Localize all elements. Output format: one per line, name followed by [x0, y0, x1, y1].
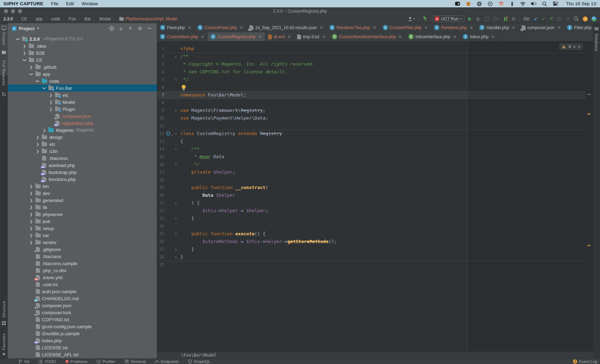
chevron-collapsed-icon[interactable]: ❯ [49, 100, 53, 104]
editor-tab[interactable]: {}14_Sep_2021_10:42-results.json ✕ [247, 23, 327, 32]
build-hammer-icon[interactable] [423, 16, 428, 21]
hide-panel-icon[interactable] [145, 23, 154, 34]
git-history-icon[interactable] [557, 16, 562, 21]
tree-item-CE[interactable]: ❯ CE [8, 56, 157, 63]
tree-item-COPYING.txt[interactable]: COPYING.txt [8, 316, 157, 323]
menubar-item-edit[interactable]: Edit [66, 1, 74, 6]
tree-item-.htaccess[interactable]: .htaccess [8, 155, 157, 162]
wifi-icon[interactable] [520, 1, 526, 6]
tree-item-.php-cs.dist[interactable]: .php_cs.dist [8, 267, 157, 274]
control-center-icon[interactable] [553, 1, 558, 6]
update-available-icon[interactable]: ↑ [583, 16, 588, 21]
tree-item-etc[interactable]: ❯ etc [8, 141, 157, 148]
chevron-collapsed-icon[interactable]: ❯ [29, 184, 33, 188]
battery-icon[interactable] [531, 1, 536, 6]
tree-item-Gruntfile.js.sample[interactable]: Gruntfile.js.sample [8, 330, 157, 337]
close-icon[interactable]: ✕ [469, 26, 473, 30]
editor-tab[interactable]: CCustomFilter.php ✕ [380, 23, 432, 32]
menubar-item-window[interactable]: Window [82, 1, 98, 6]
tree-item-composer.lock[interactable]: {;} composer.lock [8, 309, 157, 316]
fold-marker-icon[interactable]: ∨ [175, 145, 177, 153]
stop-icon[interactable] [512, 17, 515, 21]
close-icon[interactable]: ✕ [287, 35, 291, 39]
user-avatar-icon[interactable] [466, 1, 471, 6]
tree-item-.htaccess[interactable]: .htaccess [8, 253, 157, 260]
chevron-collapsed-icon[interactable]: ❯ [36, 149, 39, 153]
expand-all-icon[interactable] [116, 23, 126, 34]
color-swatch-icon[interactable] [498, 1, 504, 6]
tool-button-structure[interactable]: Structure [2, 301, 6, 318]
code-with-me-icon[interactable] [592, 16, 596, 21]
tree-item-composer.json[interactable]: {;} composer.json [8, 302, 157, 309]
fold-marker-icon[interactable]: ∧ [175, 76, 177, 83]
tree-item-LICENSE-AFL.txt[interactable]: LICENSE_AFL.txt [8, 351, 157, 358]
intention-bulb-icon[interactable] [182, 85, 186, 89]
close-icon[interactable]: ✕ [201, 35, 204, 39]
git-commit-icon[interactable]: ✓ [541, 16, 545, 21]
tree-item-Plugin[interactable]: ❯ Plugin [8, 106, 157, 113]
breadcrumb-item[interactable]: app [35, 16, 42, 21]
editor-tab[interactable]: CFeed.php ✕ [157, 23, 195, 32]
scrollbar-warning-mark[interactable] [587, 113, 591, 115]
chevron-collapsed-icon[interactable]: ❯ [29, 234, 33, 237]
scrollbar-caret-mark[interactable] [587, 94, 591, 95]
chevron-expanded-icon[interactable]: ❯ [36, 79, 40, 83]
chevron-collapsed-icon[interactable]: ❯ [42, 128, 46, 132]
git-update-icon[interactable]: ↙ [534, 16, 538, 21]
statusbar-tool-terminal[interactable]: Terminal [125, 359, 146, 364]
statusbar-tool-graphql[interactable]: GraphQL [188, 359, 210, 364]
close-icon[interactable]: ✕ [258, 35, 262, 39]
editor-tab[interactable]: CCustomItem.php ✕ [157, 32, 208, 41]
chevron-collapsed-icon[interactable]: ❯ [29, 241, 33, 244]
override-marker-icon[interactable] [166, 132, 170, 135]
tree-item-dev[interactable]: ❯ dev [8, 190, 157, 197]
tree-item-.htaccess.sample[interactable]: .htaccess.sample [8, 260, 157, 267]
fold-marker-icon[interactable]: ∨ [175, 53, 177, 60]
chevron-collapsed-icon[interactable]: ❯ [29, 205, 33, 209]
next-warning-icon[interactable]: ∨ [578, 45, 580, 48]
chevron-collapsed-icon[interactable]: ❯ [29, 213, 33, 216]
run-with-coverage-icon[interactable] [504, 16, 508, 21]
editor-tab[interactable]: ICustomRendererInterface.php ✕ [329, 32, 405, 41]
statusbar-tool-profiler[interactable]: Profiler [96, 359, 115, 364]
tree-item-i18n[interactable]: ❯ i18n [8, 148, 157, 155]
run-configuration-select[interactable]: A UCT Run ▾ [432, 15, 465, 22]
tree-item-composer.json[interactable]: {;} composer.json [8, 113, 157, 120]
close-icon[interactable]: ✕ [557, 26, 561, 30]
chevron-collapsed-icon[interactable]: ❯ [49, 107, 53, 111]
close-window-button[interactable] [4, 9, 8, 13]
editor-tab[interactable]: CRendererTwo.php ✕ [327, 23, 380, 32]
tool-button-favorites[interactable]: Favorites [2, 333, 6, 350]
chevron-collapsed-icon[interactable]: ❯ [29, 198, 33, 202]
tree-item-.user.ini[interactable]: .user.ini [8, 281, 157, 288]
minimize-window-button[interactable] [11, 9, 15, 13]
fold-marker-icon[interactable]: ∧ [175, 245, 177, 253]
tree-item-2.3.0[interactable]: ❯ 2.3.0~/Projects/UCT/2.3.0 [8, 35, 157, 42]
editor-tab[interactable]: CHandler.php ✕ [476, 23, 519, 32]
chevron-collapsed-icon[interactable]: ❯ [36, 135, 39, 139]
chevron-collapsed-icon[interactable]: ❯ [23, 44, 26, 48]
close-icon[interactable]: ✕ [399, 35, 402, 39]
chevron-expanded-icon[interactable]: ❯ [22, 58, 26, 62]
close-icon[interactable]: ✕ [373, 26, 376, 30]
breadcrumb-item[interactable]: Bar [84, 16, 91, 21]
fold-marker-icon[interactable]: ∨ [175, 230, 177, 238]
chevron-collapsed-icon[interactable]: ❯ [36, 142, 39, 146]
close-icon[interactable]: ✕ [188, 26, 191, 30]
tree-item-LICENSE.txt[interactable]: LICENSE.txt [8, 344, 157, 351]
chevron-collapsed-icon[interactable]: ❯ [29, 191, 33, 195]
bluetooth-icon[interactable] [509, 1, 515, 6]
tree-item-code[interactable]: ❯ code [8, 77, 157, 85]
copyright-app-icon[interactable] [476, 1, 482, 6]
tree-item-B2B[interactable]: ❯ B2B [8, 49, 157, 56]
tree-item-phpserver[interactable]: ❯ phpserver [8, 211, 157, 218]
chevron-down-icon[interactable]: ▼ [36, 27, 40, 30]
chevron-expanded-icon[interactable]: ❯ [29, 72, 33, 76]
tree-item-Model[interactable]: ❯ Model [8, 99, 157, 106]
run-button[interactable] [468, 17, 472, 21]
close-icon[interactable]: ✕ [320, 26, 323, 30]
tree-item-etc[interactable]: ❯ etc [8, 92, 157, 99]
collapse-all-icon[interactable] [126, 23, 135, 34]
tree-item-.travis.yml[interactable]: YML .travis.yml [8, 274, 157, 281]
editor-tab[interactable]: {}composer.json ✕ [519, 23, 564, 32]
